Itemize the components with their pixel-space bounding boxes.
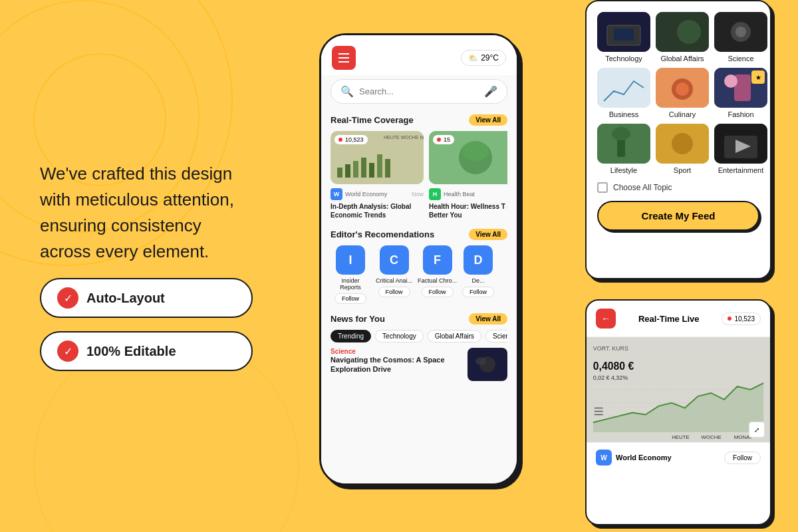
live-source-name: World Economy [616,454,672,462]
svg-rect-6 [377,154,382,178]
topic-thumb-science [714,12,767,52]
news-time-1: Now [412,191,424,198]
expand-button[interactable]: ⤢ [749,422,765,438]
live-badge-1: 10,523 [334,135,368,144]
weather-badge: ⛅ 29°C [461,50,506,66]
editor-name-2: Critical Anai... [376,277,412,284]
topic-thumb-entertainment [714,124,767,164]
left-panel: We've crafted this design with meticulou… [40,0,293,532]
follow-btn-2[interactable]: Follow [378,287,410,297]
tag-global[interactable]: Global Affairs [428,330,481,342]
topic-global-affairs[interactable]: Global Affairs [656,12,709,63]
auto-layout-badge[interactable]: ✓ Auto-Layout [40,278,253,318]
realtime-view-all[interactable]: View All [469,114,507,126]
editor-icon-4: D [464,245,493,275]
svg-point-27 [676,82,689,96]
feed-creation-panel: Technology Global Affairs Science Bus [585,0,771,279]
editor-card-2[interactable]: C Critical Anai... Follow [376,245,412,304]
news-cards-row: 0.4080 € HEUTE WOCHE MONAT 10,523 W Worl… [331,131,507,219]
editor-cards-row: I Insider Reports Follow C Critical Anai… [331,245,507,304]
live-dot-2 [437,138,441,142]
card-1-title: In-Depth Analysis: Global Economic Trend… [331,202,424,219]
mic-icon[interactable]: 🎤 [484,85,497,98]
news-card-img-1: 0.4080 € HEUTE WOCHE MONAT 10,523 [331,131,424,184]
live-count-badge: 10,523 [722,313,761,325]
svg-point-15 [475,357,486,365]
live-card-header: ← Real-Time Live 10,523 [587,301,770,336]
phone-header: ⛅ 29°C [321,35,517,75]
svg-text:0,4080 €: 0,4080 € [593,360,634,372]
svg-rect-3 [353,161,358,178]
svg-point-12 [462,141,489,161]
hamburger-line [338,61,349,63]
svg-text:VORT. KURS: VORT. KURS [593,345,628,352]
news-item-1[interactable]: Science Navigating the Cosmos: A Space E… [331,348,507,381]
topic-name-lifestyle: Lifestyle [610,166,637,174]
create-feed-button[interactable]: Create My Feed [597,201,759,231]
editor-view-all[interactable]: View All [469,229,507,240]
weather-icon: ⛅ [468,53,478,63]
live-card: ← Real-Time Live 10,523 VORT. KURS 0,408… [585,299,771,525]
editor-name-4: De... [472,277,485,284]
news-item-info: Science Navigating the Cosmos: A Space E… [331,348,462,374]
follow-btn-4[interactable]: Follow [462,287,494,297]
realtime-title: Real-Time Coverage [331,115,414,125]
editor-section: Editor's Recomendations View All I Insid… [321,222,517,307]
hamburger-line [338,53,349,55]
live-card-footer: W World Economy Follow [587,443,770,472]
editor-card-4[interactable]: D De... Follow [462,245,494,304]
editable-badge[interactable]: ✓ 100% Editable [40,331,253,371]
topic-sport[interactable]: Sport [656,124,709,174]
live-viewer-count: 10,523 [734,315,755,323]
topic-name-fashion: Fashion [728,110,753,118]
news-card-img-2: 15 [429,131,507,184]
choose-all-row: Choose All Topic [597,182,759,193]
follow-btn-3[interactable]: Follow [422,287,454,297]
live-follow-button[interactable]: Follow [724,452,761,464]
topic-science[interactable]: Science [714,12,767,63]
editable-label: 100% Editable [86,344,176,359]
tag-technology[interactable]: Technology [375,330,424,342]
news-for-you-view-all[interactable]: View All [469,313,507,325]
choose-all-checkbox[interactable] [597,182,608,193]
topic-culinary[interactable]: Culinary [656,68,709,118]
topic-grid: Technology Global Affairs Science Bus [597,12,759,174]
topic-name-science: Science [728,55,753,63]
topic-thumb-lifestyle [597,124,650,164]
editor-card-3[interactable]: F Factual Chro... Follow [418,245,457,304]
svg-text:0,02 €   4,32%: 0,02 € 4,32% [593,374,628,381]
news-card-2[interactable]: 15 H Health Beat Health Hour: Wellness T… [429,131,507,219]
topic-name-culinary: Culinary [669,110,696,118]
topic-lifestyle[interactable]: Lifestyle [597,124,650,174]
topic-name-business: Business [609,110,639,118]
tag-trending[interactable]: Trending [331,330,371,342]
editor-name-1: Insider Reports [331,277,370,291]
news-card-1[interactable]: 0.4080 € HEUTE WOCHE MONAT 10,523 W Worl… [331,131,424,219]
phone-frame: ⛅ 29°C 🔍 🎤 Real-Time Coverage View All [319,33,519,485]
card-2-meta: H Health Beat [429,188,507,200]
news-for-you-title: News for You [331,314,385,324]
topic-thumb-global [656,12,709,52]
editor-icon-3: F [423,245,452,275]
search-input[interactable] [359,86,479,96]
source-name-1: World Economy [345,191,409,198]
topic-entertainment[interactable]: Entertainment [714,124,767,174]
topic-business[interactable]: Business [597,68,650,118]
hamburger-button[interactable] [332,46,356,70]
phone-mockup: ⛅ 29°C 🔍 🎤 Real-Time Coverage View All [319,33,519,485]
topic-thumb-tech [597,12,650,52]
follow-btn-1[interactable]: Follow [334,293,366,304]
back-button[interactable]: ← [596,309,616,329]
news-item-title: Navigating the Cosmos: A Space Explorati… [331,355,462,374]
search-icon: 🔍 [340,85,354,98]
topic-technology[interactable]: Technology [597,12,650,63]
search-bar[interactable]: 🔍 🎤 [331,79,507,104]
editor-icon-2: C [380,245,409,275]
feed-card: Technology Global Affairs Science Bus [585,0,771,279]
live-badge-2: 15 [433,135,454,144]
check-icon-editable: ✓ [57,340,78,362]
topic-name-global: Global Affairs [660,55,704,63]
editor-card-1[interactable]: I Insider Reports Follow [331,245,370,304]
tag-science[interactable]: Science [485,330,507,342]
topic-fashion[interactable]: ★ Fashion [714,68,767,118]
